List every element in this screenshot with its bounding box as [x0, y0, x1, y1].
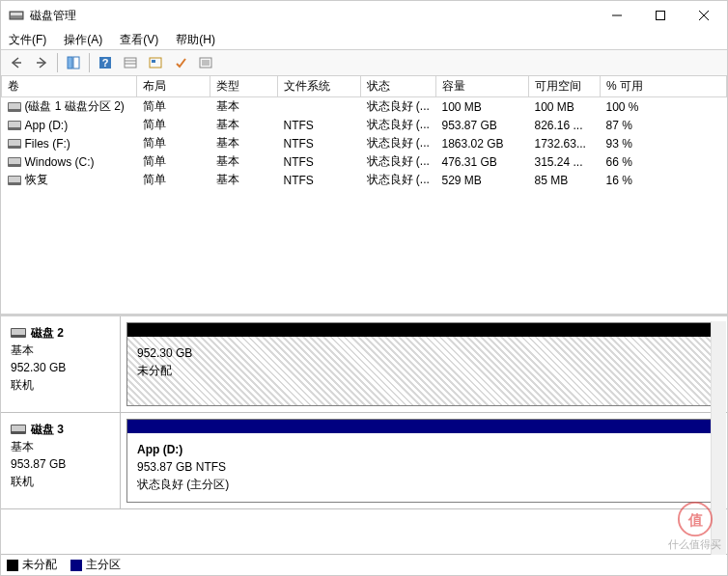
col-type[interactable]: 类型 [210, 76, 278, 97]
partition-header [127, 420, 720, 433]
help-button[interactable]: ? [94, 52, 117, 73]
svg-rect-12 [125, 58, 136, 68]
table-header-row: 卷 布局 类型 文件系统 状态 容量 可用空间 % 可用 [2, 76, 727, 97]
refresh-button[interactable] [144, 52, 167, 73]
view-button[interactable] [62, 52, 85, 73]
volume-icon [8, 157, 21, 167]
col-filesystem[interactable]: 文件系统 [278, 76, 361, 97]
legend-label-primary: 主分区 [86, 557, 121, 573]
menu-file[interactable]: 文件(F) [7, 31, 48, 49]
col-layout[interactable]: 布局 [137, 76, 210, 97]
svg-rect-16 [152, 60, 155, 63]
toolbar: ? [1, 49, 727, 76]
list-button[interactable] [194, 52, 217, 73]
volume-list-pane: 卷 布局 类型 文件系统 状态 容量 可用空间 % 可用 (磁盘 1 磁盘分区 … [1, 76, 727, 316]
col-free[interactable]: 可用空间 [529, 76, 601, 97]
col-volume[interactable]: 卷 [2, 76, 137, 97]
svg-rect-1 [11, 13, 22, 15]
disk-icon [11, 425, 26, 434]
minimize-button[interactable] [595, 1, 638, 30]
action-button[interactable] [169, 52, 192, 73]
legend: 未分配 主分区 [1, 554, 727, 575]
menu-bar: 文件(F) 操作(A) 查看(V) 帮助(H) [1, 30, 727, 49]
settings-button[interactable] [119, 52, 142, 73]
volume-icon [8, 176, 21, 185]
vertical-scrollbar[interactable] [711, 321, 726, 555]
table-row[interactable]: App (D:)简单基本NTFS状态良好 (...953.87 GB826.16… [2, 116, 727, 134]
forward-button[interactable] [30, 52, 53, 73]
close-button[interactable] [682, 1, 725, 30]
disk-row: 磁盘 3基本953.87 GB联机App (D:)953.87 GB NTFS状… [1, 413, 727, 509]
volume-icon [8, 121, 21, 130]
volume-table: 卷 布局 类型 文件系统 状态 容量 可用空间 % 可用 (磁盘 1 磁盘分区 … [1, 76, 727, 189]
partition[interactable]: App (D:)953.87 GB NTFS状态良好 (主分区) [126, 419, 721, 503]
menu-view[interactable]: 查看(V) [118, 31, 160, 49]
svg-rect-3 [656, 12, 664, 20]
table-row[interactable]: Files (F:)简单基本NTFS状态良好 (...1863.02 GB173… [2, 134, 727, 152]
title-bar: 磁盘管理 [1, 1, 727, 30]
partition[interactable]: 952.30 GB未分配 [126, 322, 721, 406]
window-title: 磁盘管理 [30, 8, 595, 24]
svg-text:?: ? [102, 57, 109, 69]
disk-info[interactable]: 磁盘 2基本952.30 GB联机 [1, 316, 121, 412]
maximize-button[interactable] [638, 1, 682, 30]
legend-swatch-primary [70, 560, 82, 571]
svg-rect-9 [73, 57, 79, 69]
disk-info[interactable]: 磁盘 3基本953.87 GB联机 [1, 413, 121, 508]
partition-header [127, 323, 720, 337]
disk-icon [11, 328, 26, 338]
table-row[interactable]: Windows (C:)简单基本NTFS状态良好 (...476.31 GB31… [2, 152, 727, 171]
disk-row: 磁盘 2基本952.30 GB联机952.30 GB未分配 [1, 316, 727, 413]
app-icon [9, 8, 24, 23]
volume-icon [8, 102, 21, 112]
legend-swatch-unallocated [7, 560, 18, 571]
table-row[interactable]: 恢复简单基本NTFS状态良好 (...529 MB85 MB16 % [2, 171, 727, 189]
back-button[interactable] [5, 52, 28, 73]
table-row[interactable]: (磁盘 1 磁盘分区 2)简单基本状态良好 (...100 MB100 MB10… [2, 97, 727, 117]
svg-rect-8 [68, 57, 72, 69]
partition-body: App (D:)953.87 GB NTFS状态良好 (主分区) [127, 433, 720, 502]
partition-body: 952.30 GB未分配 [127, 337, 720, 405]
legend-label-unallocated: 未分配 [22, 557, 57, 573]
col-status[interactable]: 状态 [361, 76, 436, 97]
col-capacity[interactable]: 容量 [436, 76, 529, 97]
disk-graphic-pane: 磁盘 2基本952.30 GB联机952.30 GB未分配磁盘 3基本953.8… [1, 316, 727, 554]
col-pct[interactable]: % 可用 [601, 76, 727, 97]
menu-action[interactable]: 操作(A) [62, 31, 104, 49]
menu-help[interactable]: 帮助(H) [174, 31, 217, 49]
volume-icon [8, 139, 21, 149]
